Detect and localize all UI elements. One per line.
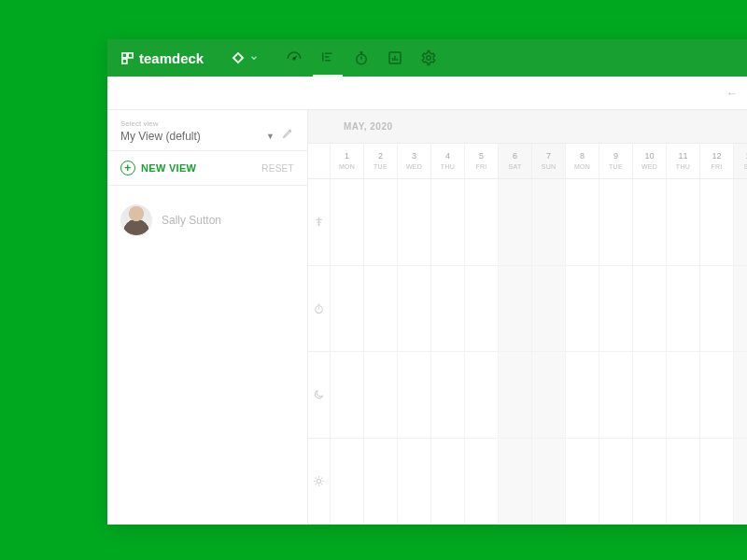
grid-cell[interactable] <box>331 439 363 525</box>
grid-cell[interactable] <box>499 179 531 266</box>
workspace-switcher[interactable] <box>230 49 259 66</box>
nav-timer[interactable] <box>346 39 376 77</box>
grid-cell[interactable] <box>700 266 733 353</box>
grid-cell[interactable] <box>431 179 464 266</box>
reset-button[interactable]: RESET <box>261 163 294 174</box>
grid-cell[interactable] <box>364 179 397 266</box>
day-header-cell[interactable]: 12FRI <box>700 144 734 178</box>
day-header-cell[interactable]: 2TUE <box>364 144 398 178</box>
row-vacation[interactable] <box>308 439 330 525</box>
grid-cell[interactable] <box>499 266 531 353</box>
row-timetracking[interactable] <box>308 266 330 353</box>
row-allocation[interactable] <box>308 179 330 266</box>
grid-cell[interactable] <box>398 439 430 525</box>
grid-cell[interactable] <box>566 266 599 353</box>
grid-cell[interactable] <box>398 179 430 266</box>
day-header-cell[interactable]: 9TUE <box>599 144 633 178</box>
nav-settings[interactable] <box>414 39 444 77</box>
day-header-cell[interactable]: 3WED <box>398 144 431 178</box>
view-select-dropdown[interactable]: My View (defult) ▼ <box>120 130 275 143</box>
grid-cell[interactable] <box>499 352 531 439</box>
stopwatch-icon <box>313 302 325 315</box>
grid-cell[interactable] <box>599 179 632 266</box>
grid-cell[interactable] <box>364 439 397 525</box>
grid-cell[interactable] <box>667 266 699 353</box>
grid-cell[interactable] <box>700 352 733 439</box>
grid-cell[interactable] <box>566 179 599 266</box>
diamond-icon <box>230 49 247 66</box>
person-row[interactable]: Sally Sutton <box>107 186 307 255</box>
grid-cell[interactable] <box>532 179 565 266</box>
day-header-cell[interactable]: 7SUN <box>532 144 566 178</box>
grid-cell[interactable] <box>364 352 397 439</box>
grid-cell[interactable] <box>465 439 498 525</box>
grid-cell[interactable] <box>566 439 599 525</box>
day-header-cell[interactable]: 4THU <box>431 144 465 178</box>
view-selector: Select view My View (defult) ▼ <box>107 110 307 151</box>
grid-cell[interactable] <box>398 352 430 439</box>
grid-cell[interactable] <box>599 266 632 353</box>
nav-schedule[interactable] <box>313 39 343 77</box>
grid-cell[interactable] <box>667 439 699 525</box>
grid-cell[interactable] <box>667 179 699 266</box>
grid-cell[interactable] <box>532 439 565 525</box>
plus-circle-icon: + <box>120 161 135 175</box>
grid-cell[interactable] <box>633 179 666 266</box>
grid-cell[interactable] <box>431 439 464 525</box>
day-header-cell[interactable]: 6SAT <box>499 144 532 178</box>
prev-date-button[interactable]: ← <box>726 87 738 100</box>
edit-view-button[interactable] <box>282 126 294 143</box>
grid-cell[interactable] <box>532 266 565 353</box>
grid-cell[interactable] <box>734 352 747 439</box>
grid-cell[interactable] <box>465 266 498 353</box>
sidebar: Select view My View (defult) ▼ + NEW VIE… <box>107 110 308 525</box>
grid-cell[interactable] <box>599 439 632 525</box>
grid-column <box>566 179 599 525</box>
row-availability[interactable] <box>308 352 330 439</box>
nav-dashboard[interactable] <box>279 39 309 77</box>
grid-cell[interactable] <box>465 179 498 266</box>
grid-cell[interactable] <box>599 352 632 439</box>
day-header-cell[interactable]: 13SAT <box>734 144 747 178</box>
new-view-button[interactable]: + NEW VIEW <box>120 161 196 175</box>
grid-cell[interactable] <box>734 266 747 353</box>
nav-reports[interactable] <box>380 39 410 77</box>
grid-cell[interactable] <box>633 352 666 439</box>
svg-rect-2 <box>122 59 127 63</box>
day-header-cell[interactable]: 11THU <box>667 144 700 178</box>
gear-icon <box>420 49 437 66</box>
brand[interactable]: teamdeck <box>120 50 204 66</box>
grid-cell[interactable] <box>499 439 531 525</box>
day-header-cell[interactable]: 10WED <box>633 144 667 178</box>
sun-icon <box>313 475 325 487</box>
day-header-cell[interactable]: 1MON <box>331 144 364 178</box>
grid-cell[interactable] <box>532 352 565 439</box>
grid-cell[interactable] <box>734 179 747 266</box>
app-window: teamdeck <box>107 39 747 525</box>
grid-column <box>667 179 700 525</box>
grid-cell[interactable] <box>431 352 464 439</box>
day-header-cell[interactable]: 8MON <box>566 144 599 178</box>
grid-cell[interactable] <box>331 179 363 266</box>
chevron-down-icon: ▼ <box>266 132 275 141</box>
grid-cell[interactable] <box>398 266 430 353</box>
person-name: Sally Sutton <box>162 214 221 227</box>
grid-cell[interactable] <box>465 352 498 439</box>
grid-cell[interactable] <box>431 266 464 353</box>
day-header-cell[interactable]: 5FRI <box>465 144 499 178</box>
grid-cell[interactable] <box>633 439 666 525</box>
grid-cell[interactable] <box>700 179 733 266</box>
content: Select view My View (defult) ▼ + NEW VIE… <box>107 110 747 525</box>
grid-cell[interactable] <box>331 266 363 353</box>
chevron-down-icon <box>249 53 259 63</box>
grid-cell[interactable] <box>734 439 747 525</box>
grid-cell[interactable] <box>364 266 397 353</box>
grid-cell[interactable] <box>566 352 599 439</box>
grid-cell[interactable] <box>633 266 666 353</box>
grid-cell[interactable] <box>700 439 733 525</box>
date-navigator: ← 01.05.2020 → <box>107 77 747 110</box>
grid-cell[interactable] <box>667 352 699 439</box>
grid-cell[interactable] <box>331 352 363 439</box>
tree-icon <box>313 216 325 228</box>
month-header: MAY, 2020 <box>308 110 747 144</box>
